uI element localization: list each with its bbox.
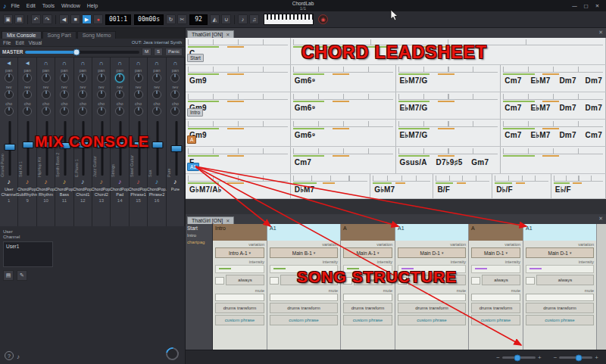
notes-button[interactable]: ♫ [249,14,259,24]
variation-dropdown[interactable]: Main D-1▾ [471,247,520,258]
custom-phrase-button[interactable]: custom phrase [270,315,338,325]
chord-cell[interactable] [291,38,606,64]
volume-fader[interactable]: Grand Piano [0,120,17,177]
fader-handle[interactable] [60,142,71,149]
cho-knob[interactable] [134,107,143,116]
close-button[interactable]: ✕ [592,3,603,9]
channel-strip[interactable]: ∩panrevchoSynth Bass 2♪ChordPop. Bass11 [55,58,73,226]
minimize-button[interactable]: — [569,3,580,9]
option-box[interactable] [471,277,480,285]
start-column-item[interactable]: Intro [187,233,211,238]
section-header[interactable]: Intro [213,224,267,241]
close-icon[interactable]: ✕ [226,32,230,37]
redo-button[interactable]: ↷ [42,14,52,24]
chord-cell[interactable]: E♭M7/G [396,92,501,119]
record-button[interactable]: ● [93,14,103,24]
option-box[interactable] [215,277,224,285]
chord-cell[interactable]: Gm9 [186,120,291,146]
mute-box[interactable] [270,294,338,301]
always-button[interactable]: always [354,275,392,285]
pan-knob[interactable] [42,73,51,82]
menu-file[interactable]: File [11,3,20,8]
menu-window[interactable]: Window [61,3,80,8]
rev-knob[interactable] [170,90,180,99]
cho-knob[interactable] [170,107,180,116]
fader-handle[interactable] [170,145,182,152]
channel-strip[interactable]: ◄panrevchoStd Kit 1♪ChordPop. SubRhythm9 [18,58,36,226]
chord-cell[interactable]: F [186,147,291,173]
chord-cell[interactable]: Cm7 E♭M7 Dm7 Cm7 [501,120,606,146]
chord-cell[interactable]: E♭/F [551,174,606,198]
song-section-column[interactable]: A1variationMain D-1▾intensityalwaysmuted… [395,224,469,350]
pan-knob[interactable] [152,73,161,82]
chord-cell[interactable]: Gm9 [186,65,291,92]
volume-fader[interactable]: HipHop Kit [37,120,55,177]
chord-cell[interactable]: D♭M7 [291,174,370,198]
fader-handle[interactable] [23,142,34,148]
cut-button[interactable]: ✂ [177,14,187,24]
undo-button[interactable]: ↶ [31,14,41,24]
fader-handle[interactable] [133,142,145,148]
rev-knob[interactable] [115,90,124,99]
chord-cell[interactable]: Cm7 E♭M7 Dm7 Dm7 [501,65,606,92]
start-column-item[interactable]: chartpag [187,240,211,244]
drums-transform-button[interactable]: drums transform [215,303,264,313]
fader-handle[interactable] [78,142,89,148]
zoom-slider[interactable] [502,356,536,359]
cho-knob[interactable] [60,107,69,116]
always-button[interactable]: always [482,275,520,285]
cho-knob[interactable] [78,107,87,116]
volume-fader[interactable]: Sax [148,120,165,177]
tempo-display[interactable]: 92 [189,14,208,25]
mute-box[interactable] [471,294,520,301]
master-knob[interactable] [164,345,182,363]
rev-knob[interactable] [97,90,106,99]
chord-cell[interactable]: Gm6⁹ [291,65,396,92]
tab-thatgirl-leadsheet[interactable]: ThatGirl [ON] ✕ [187,30,234,38]
rev-knob[interactable] [60,90,69,99]
variation-dropdown[interactable]: Intro A-1▾ [215,247,264,258]
zoom-in-icon[interactable]: + [538,354,542,361]
section-header[interactable]: A [469,224,523,241]
mute-box[interactable] [215,294,264,301]
cho-knob[interactable] [5,107,14,116]
chord-cell[interactable]: E♭M7/G [396,65,501,92]
channel-strip[interactable]: ∩panrevchoSteel Guitar♪ChordPop. Phrase1… [130,58,148,226]
song-section-column[interactable]: AvariationMain D-1▾intensityalwaysmutedr… [469,224,523,350]
rev-knob[interactable] [152,90,161,99]
metronome-button[interactable]: ◭ [210,14,220,24]
always-button[interactable]: always [280,275,338,285]
section-badge-a[interactable]: A [187,135,196,144]
variation-dropdown[interactable]: Main D-1▾ [526,247,594,258]
pan-knob[interactable] [115,73,124,82]
loop-button[interactable]: ↻ [166,14,176,24]
section-header[interactable]: A [341,224,395,241]
panic-button[interactable]: Panic [165,48,183,56]
mixer-menu-file[interactable]: File [3,40,11,45]
cho-knob[interactable] [152,107,161,116]
start-column[interactable]: Start Intro chartpag [186,224,213,350]
chord-cell[interactable]: G♭M7/A♭ [186,174,291,198]
section-badge-a1[interactable]: A1 [187,163,199,171]
pan-knob[interactable] [5,73,14,82]
cho-knob[interactable] [42,107,51,116]
tab-thatgirl-structure[interactable]: ThatGirl [ON] ✕ [187,216,234,224]
chord-cell[interactable]: Cm7 E♭M7 Dm7 Dm7 [501,92,606,119]
channel-strip[interactable]: ∩panrevchoE.Piano 1♪ChordPop. Chord112 [74,58,92,226]
volume-fader[interactable]: Pure [167,120,184,177]
zoom-slider-handle[interactable] [514,354,520,361]
always-button[interactable]: always [536,275,594,285]
section-header[interactable]: A1 [267,224,340,241]
chord-cell[interactable]: B/F [433,174,492,198]
mute-box[interactable] [526,294,594,301]
tab-song-part[interactable]: Song Part [42,31,77,39]
custom-phrase-button[interactable]: custom phrase [526,315,594,325]
drums-transform-button[interactable]: drums transform [526,303,594,313]
pan-knob[interactable] [170,73,180,82]
volume-fader[interactable]: Steel Guitar [130,120,147,177]
variation-dropdown[interactable]: Main D-1▾ [398,247,466,258]
volume-fader[interactable]: Strings [111,120,128,177]
chord-cell[interactable]: G♭M7 [370,174,433,198]
mute-box[interactable] [343,294,392,301]
mute-box[interactable] [398,294,466,301]
